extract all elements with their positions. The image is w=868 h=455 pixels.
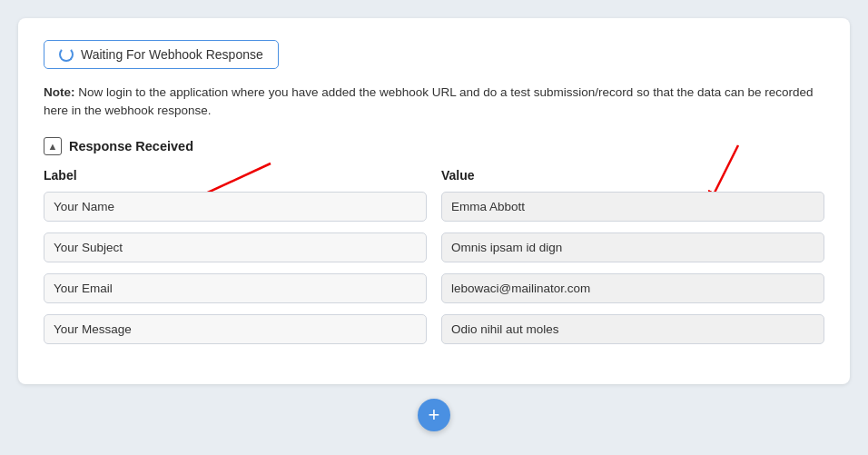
response-header: ▲ Response Received <box>44 137 824 155</box>
field-label-input[interactable] <box>44 192 427 222</box>
label-column-header: Label <box>44 168 427 183</box>
field-value-input[interactable] <box>441 192 824 222</box>
loading-spinner <box>59 47 74 62</box>
table-row <box>44 192 824 222</box>
table-row <box>44 273 824 303</box>
plus-icon: + <box>429 405 440 425</box>
collapse-button[interactable]: ▲ <box>44 137 62 155</box>
value-column-header: Value <box>441 168 824 183</box>
field-label-input[interactable] <box>44 273 427 303</box>
field-value-input[interactable] <box>441 314 824 344</box>
note-text: Note: Now login to the application where… <box>44 84 824 121</box>
field-value-input[interactable] <box>441 273 824 303</box>
field-rows <box>44 192 824 344</box>
waiting-webhook-button[interactable]: Waiting For Webhook Response <box>44 40 279 69</box>
note-prefix: Note: <box>44 85 75 99</box>
field-label-input[interactable] <box>44 232 427 262</box>
waiting-button-label: Waiting For Webhook Response <box>81 47 263 62</box>
table-row <box>44 314 824 344</box>
response-section: ▲ Response Received <box>44 137 824 344</box>
note-body: Now login to the application where you h… <box>44 85 814 117</box>
columns-header: Label Value <box>44 168 824 183</box>
field-label-input[interactable] <box>44 314 427 344</box>
main-card: Waiting For Webhook Response Note: Now l… <box>18 18 850 384</box>
add-field-button[interactable]: + <box>418 399 450 431</box>
response-title: Response Received <box>69 139 193 153</box>
field-value-input[interactable] <box>441 232 824 262</box>
table-row <box>44 232 824 262</box>
